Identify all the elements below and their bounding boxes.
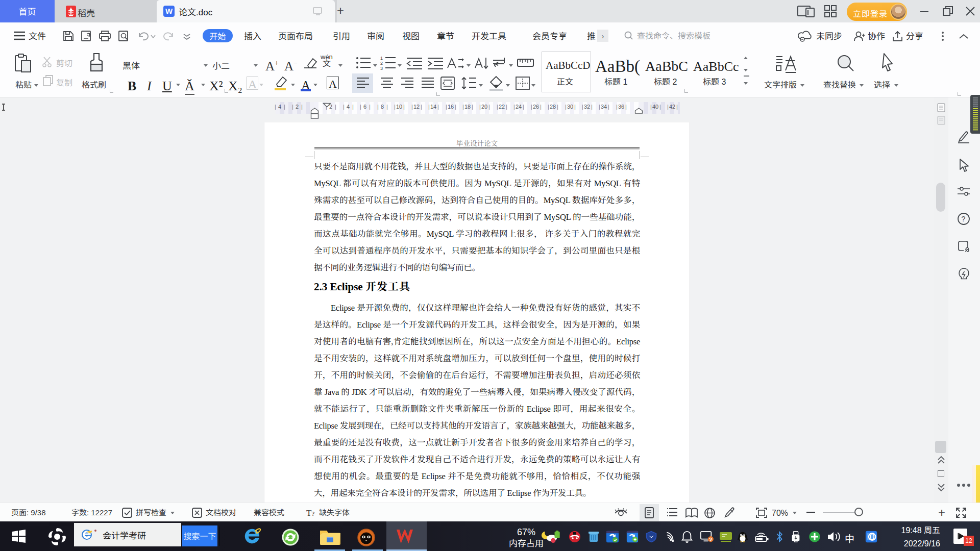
svg-text:2: 2: [380, 61, 383, 66]
svg-text:?: ?: [962, 215, 966, 223]
svg-text:1: 1: [380, 56, 383, 61]
svg-text:3: 3: [380, 66, 383, 71]
